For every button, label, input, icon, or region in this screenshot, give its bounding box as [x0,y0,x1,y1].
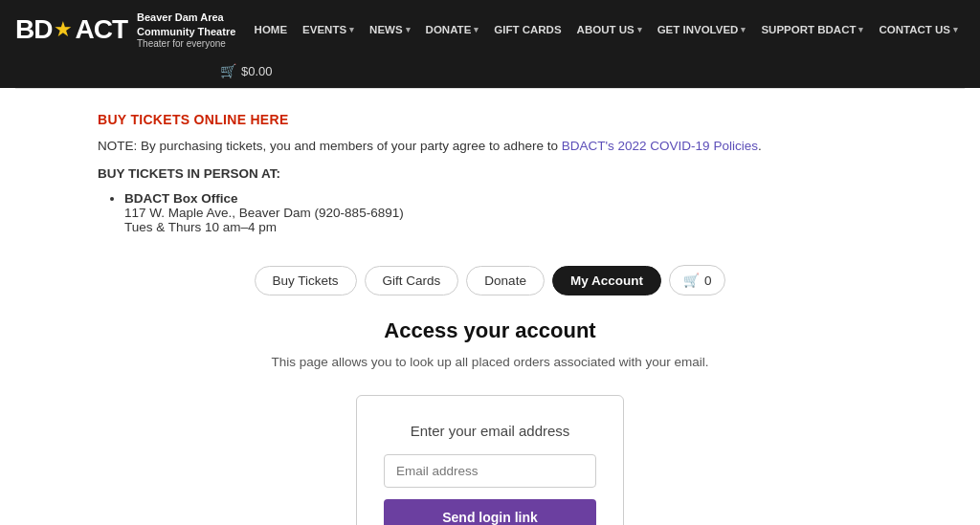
tab-gift-cards[interactable]: Gift Cards [365,266,459,295]
covid-policy-link[interactable]: BDACT's 2022 COVID-19 Policies [562,139,758,153]
nav-links: HOME EVENTS ▾ NEWS ▾ DONATE ▾ GIFT CARDS… [248,20,965,39]
nav-donate[interactable]: DONATE ▾ [419,20,486,39]
main-content: BUY TICKETS ONLINE HERE NOTE: By purchas… [59,89,921,525]
nav-bar: BD ★ ACT Beaver Dam Area Community Theat… [0,0,980,88]
cart-total: $0.00 [241,64,273,78]
account-box-title: Enter your email address [411,423,570,439]
box-office-hours: Tues & Thurs 10 am–4 pm [124,220,882,234]
in-person-heading: BUY TICKETS IN PERSON AT: [98,166,882,181]
nav-contact[interactable]: CONTACT US ▾ [872,20,965,39]
account-title: Access your account [384,318,595,343]
nav-gift-cards[interactable]: GIFT CARDS [487,20,568,39]
cart-row: 🛒 $0.00 [0,59,980,88]
nav-events[interactable]: EVENTS ▾ [296,20,361,39]
account-box: Enter your email address Send login link [356,395,624,525]
nav-support[interactable]: SUPPORT BDACT ▾ [754,20,870,39]
news-dropdown-icon: ▾ [406,25,411,34]
logo-bd: BD [15,14,52,45]
cart-link[interactable]: 🛒 $0.00 [220,63,965,78]
cart-tab-count: 0 [704,273,712,288]
get-involved-dropdown-icon: ▾ [741,25,746,34]
tab-cart[interactable]: 🛒 0 [669,265,726,295]
box-office-list: BDACT Box Office 117 W. Maple Ave., Beav… [124,190,882,234]
tab-buy-tickets[interactable]: Buy Tickets [255,266,357,295]
tab-my-account[interactable]: My Account [552,266,661,295]
nav-news[interactable]: NEWS ▾ [363,20,417,39]
nav-home[interactable]: HOME [248,20,295,39]
logo-subtitle: Theater for everyone [137,38,248,49]
tab-bar: Buy Tickets Gift Cards Donate My Account… [98,265,882,295]
events-dropdown-icon: ▾ [349,25,354,34]
support-dropdown-icon: ▾ [858,25,863,34]
list-item: BDACT Box Office 117 W. Maple Ave., Beav… [124,190,882,234]
donate-dropdown-icon: ▾ [474,25,479,34]
logo-star-icon: ★ [54,17,73,42]
send-login-link-button[interactable]: Send login link [384,499,596,525]
about-dropdown-icon: ▾ [637,25,642,34]
box-office-address: 117 W. Maple Ave., Beaver Dam (920-885-6… [124,206,882,220]
account-section: Access your account This page allows you… [98,318,882,525]
nav-about-us[interactable]: ABOUT US ▾ [570,20,649,39]
account-description: This page allows you to look up all plac… [272,353,709,372]
email-field[interactable] [384,454,596,488]
note-text: NOTE: By purchasing tickets, you and mem… [98,139,882,153]
tab-donate[interactable]: Donate [466,266,545,295]
nav-get-involved[interactable]: GET INVOLVED ▾ [651,20,753,39]
cart-icon: 🛒 [220,63,236,78]
cart-tab-icon: 🛒 [683,273,700,288]
box-office-name: BDACT Box Office [124,191,882,206]
logo-act: ACT [75,14,127,45]
contact-dropdown-icon: ▾ [953,25,958,34]
buy-heading: BUY TICKETS ONLINE HERE [98,112,882,127]
logo[interactable]: BD ★ ACT Beaver Dam Area Community Theat… [15,11,248,49]
logo-title: Beaver Dam Area Community Theatre [137,11,248,38]
